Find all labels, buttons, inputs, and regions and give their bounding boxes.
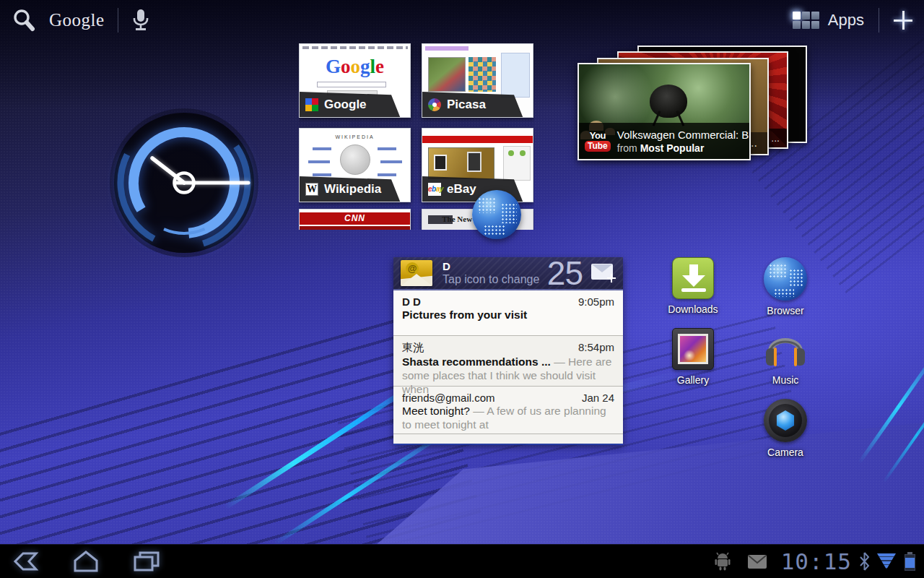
- compose-email-icon[interactable]: [591, 264, 616, 282]
- home-button[interactable]: [69, 547, 103, 576]
- cnn-logo: CNN: [300, 213, 410, 223]
- add-widget-plus-icon[interactable]: [894, 11, 912, 30]
- email-subject: Pictures from your visit: [402, 309, 527, 321]
- bluetooth-icon[interactable]: [859, 552, 870, 571]
- music-headphones-icon: [763, 328, 808, 370]
- topbar-divider: [879, 8, 879, 33]
- bookmark-label: eBay: [447, 182, 476, 197]
- shortcut-music[interactable]: Music: [743, 328, 828, 396]
- email-notification-icon[interactable]: [748, 555, 767, 569]
- shortcut-browser[interactable]: Browser: [743, 257, 828, 325]
- email-widget: @ D Tap icon to change 25 D D 9:05pm Pic…: [393, 257, 623, 444]
- email-sender: friends@gmail.com: [402, 392, 495, 404]
- bookmark-tile-picasa[interactable]: Picasa: [422, 43, 533, 118]
- bookmark-tile-cnn[interactable]: CNN: [299, 209, 411, 230]
- shortcut-label: Gallery: [677, 374, 709, 386]
- bookmark-label: Google: [324, 98, 367, 112]
- system-bar: 10:15: [0, 544, 924, 578]
- shortcut-camera[interactable]: Camera: [743, 399, 828, 467]
- search-icon[interactable]: [12, 8, 36, 33]
- top-bar: Google Apps: [0, 0, 924, 40]
- shortcut-label: Music: [772, 374, 799, 386]
- email-sender: 東洸: [402, 341, 424, 355]
- video-channel: from Most Popular: [617, 142, 744, 154]
- usb-debugging-android-icon[interactable]: [715, 552, 731, 571]
- email-row-clipped[interactable]: [393, 434, 623, 444]
- video-thumbnail-beetle: [650, 85, 687, 118]
- recent-apps-button[interactable]: [130, 547, 163, 576]
- back-button[interactable]: [10, 547, 42, 576]
- cnn-thumbnail: CNN: [300, 210, 410, 230]
- shortcut-downloads[interactable]: Downloads: [650, 257, 736, 325]
- wikipedia-favicon: W: [305, 183, 318, 196]
- email-time: Jan 24: [582, 392, 614, 404]
- google-favicon: [305, 98, 318, 111]
- email-sender: D D: [402, 296, 421, 308]
- browser-icon: [764, 257, 807, 301]
- email-row[interactable]: friends@gmail.com Jan 24 Meet tonight? —…: [393, 386, 623, 434]
- apps-button[interactable]: Apps: [793, 11, 864, 30]
- bookmark-label: Picasa: [447, 98, 486, 112]
- shortcut-label: Camera: [767, 447, 803, 458]
- youtube-logo: You Tube: [585, 131, 611, 152]
- unread-count: 25: [547, 256, 583, 290]
- youtube-widget[interactable]: You Tube Volkswagen Commercial: Black...…: [578, 63, 751, 160]
- shortcut-gallery[interactable]: Gallery: [650, 328, 736, 396]
- battery-icon[interactable]: [905, 552, 915, 571]
- status-clock[interactable]: 10:15: [781, 548, 852, 574]
- wifi-icon[interactable]: [877, 553, 896, 569]
- video-title: Volkswagen Commercial: Black...: [617, 129, 744, 141]
- email-account-name: D: [443, 260, 539, 272]
- bookmark-tile-ebay[interactable]: ebay eBay: [422, 128, 533, 202]
- email-widget-header[interactable]: @ D Tap icon to change 25: [393, 257, 623, 290]
- email-time: 8:54pm: [578, 341, 614, 353]
- email-row[interactable]: 東洸 8:54pm Shasta recommendations ... — H…: [393, 335, 623, 386]
- email-account-icon[interactable]: @: [401, 260, 432, 286]
- topbar-divider: [118, 8, 118, 33]
- apps-grid-icon: [793, 12, 819, 29]
- email-time: 9:05pm: [578, 296, 614, 308]
- apps-label: Apps: [828, 11, 864, 30]
- gallery-icon: [672, 328, 714, 370]
- camera-icon: [764, 399, 807, 442]
- email-row[interactable]: D D 9:05pm Pictures from your visit: [393, 290, 623, 335]
- picasa-favicon: [428, 98, 441, 111]
- analog-clock-widget[interactable]: [107, 105, 261, 260]
- email-account-hint: Tap icon to change: [443, 273, 539, 286]
- search-google-label[interactable]: Google: [49, 10, 105, 30]
- bookmark-label: Wikipedia: [324, 182, 381, 197]
- downloads-icon: [672, 257, 714, 299]
- email-list[interactable]: D D 9:05pm Pictures from your visit 東洸 8…: [393, 290, 623, 444]
- shortcut-label: Downloads: [668, 303, 718, 315]
- google-thumb-logo: Google: [300, 56, 410, 78]
- bookmark-tile-wikipedia[interactable]: WIKIPEDIA W Wikipedia: [299, 128, 411, 202]
- email-subject: Shasta recommendations ...: [402, 355, 551, 368]
- shortcut-label: Browser: [767, 305, 803, 316]
- browser-globe-icon[interactable]: [472, 190, 521, 239]
- email-subject: Meet tonight?: [402, 405, 470, 417]
- voice-search-mic-icon[interactable]: [131, 8, 150, 33]
- ebay-favicon: ebay: [428, 183, 441, 196]
- bookmark-tile-google[interactable]: Google Google: [299, 43, 411, 118]
